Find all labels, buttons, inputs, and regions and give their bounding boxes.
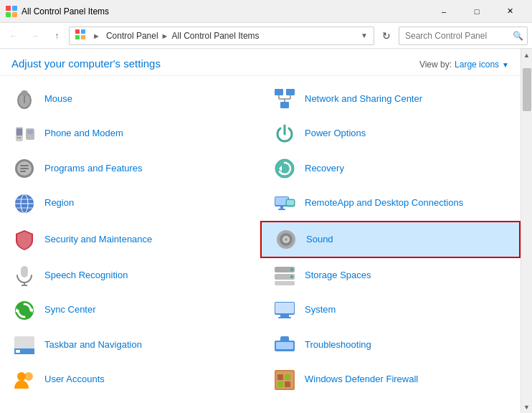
svg-rect-22 <box>17 137 19 138</box>
power-options-icon <box>272 121 298 147</box>
taskbar-navigation-icon <box>11 332 37 358</box>
svg-rect-0 <box>6 6 11 11</box>
addressbar: ← → ↑ ► Control Panel ► All Control Pane… <box>0 23 532 49</box>
search-wrapper: 🔍 <box>399 27 528 45</box>
item-power-options[interactable]: Power Options <box>260 116 521 151</box>
power-options-label: Power Options <box>305 128 366 140</box>
remoteapp-icon <box>272 191 298 217</box>
svg-rect-6 <box>75 35 80 39</box>
titlebar: All Control Panel Items – □ ✕ <box>0 0 532 23</box>
scroll-thumb[interactable] <box>523 68 531 111</box>
svg-rect-7 <box>81 35 85 39</box>
svg-rect-62 <box>278 317 291 318</box>
window-controls: – □ ✕ <box>427 0 526 23</box>
item-user-accounts[interactable]: User Accounts <box>0 363 260 397</box>
scroll-track <box>521 61 532 401</box>
svg-point-54 <box>290 268 293 271</box>
path-separator-1: ► <box>92 32 100 40</box>
window-title: All Control Panel Items <box>22 6 427 16</box>
svg-rect-74 <box>285 374 290 380</box>
address-path[interactable]: ► Control Panel ► All Control Panel Item… <box>69 27 374 45</box>
windows-defender-icon <box>272 367 298 393</box>
svg-rect-67 <box>276 342 293 349</box>
up-button[interactable]: ↑ <box>47 27 66 45</box>
svg-rect-14 <box>280 102 289 108</box>
svg-rect-1 <box>12 6 17 11</box>
item-sound[interactable]: Sound <box>260 221 521 258</box>
scroll-up-button[interactable]: ▲ <box>521 49 533 61</box>
system-label: System <box>305 304 336 316</box>
network-sharing-label: Network and Sharing Center <box>305 93 422 105</box>
item-speech-recognition[interactable]: Speech Recognition <box>0 258 260 293</box>
item-storage-spaces[interactable]: Storage Spaces <box>260 258 521 293</box>
svg-rect-29 <box>20 168 29 169</box>
item-security-maintenance[interactable]: Security and Maintenance <box>0 221 260 258</box>
sync-center-icon <box>11 298 37 323</box>
sync-center-label: Sync Center <box>44 304 96 316</box>
viewby-value[interactable]: Large icons <box>455 60 499 70</box>
refresh-button[interactable]: ↻ <box>377 27 396 45</box>
recovery-label: Recovery <box>305 163 344 175</box>
mouse-icon <box>11 86 37 112</box>
svg-rect-65 <box>16 350 20 353</box>
maximize-button[interactable]: □ <box>460 0 493 23</box>
svg-rect-2 <box>6 12 11 17</box>
back-button[interactable]: ← <box>4 27 23 45</box>
svg-rect-21 <box>16 128 22 136</box>
search-input[interactable] <box>399 27 528 45</box>
svg-rect-13 <box>286 89 295 95</box>
svg-rect-25 <box>27 130 33 134</box>
svg-point-55 <box>290 275 293 278</box>
windows-defender-label: Windows Defender Firewall <box>305 374 418 386</box>
item-mouse[interactable]: Mouse <box>0 82 260 116</box>
svg-rect-48 <box>21 266 28 277</box>
path-control-panel[interactable]: Control Panel <box>106 31 158 41</box>
scroll-down-button[interactable]: ▼ <box>521 401 533 413</box>
item-network-sharing[interactable]: Network and Sharing Center <box>260 82 521 116</box>
svg-rect-23 <box>19 137 21 138</box>
item-taskbar-navigation[interactable]: Taskbar and Navigation <box>0 328 260 362</box>
system-icon <box>272 298 298 323</box>
svg-rect-61 <box>280 315 289 317</box>
item-programs-features[interactable]: Programs and Features <box>0 151 260 186</box>
storage-spaces-icon <box>272 262 298 288</box>
item-phone-modem[interactable]: Phone and Modem <box>0 116 260 151</box>
phone-modem-label: Phone and Modem <box>44 128 123 140</box>
sound-label: Sound <box>306 234 333 246</box>
region-label: Region <box>44 197 74 209</box>
svg-rect-4 <box>75 29 80 34</box>
mouse-label: Mouse <box>44 93 72 105</box>
items-grid: MouseNetwork and Sharing CenterPhone and… <box>0 76 521 403</box>
item-remoteapp[interactable]: RemoteApp and Desktop Connections <box>260 186 521 220</box>
speech-recognition-label: Speech Recognition <box>44 270 128 282</box>
forward-button[interactable]: → <box>26 27 44 45</box>
svg-rect-53 <box>275 281 295 285</box>
viewby-arrow-icon[interactable]: ▼ <box>502 61 509 69</box>
sound-icon <box>273 227 299 252</box>
svg-rect-41 <box>278 209 285 210</box>
close-button[interactable]: ✕ <box>493 0 526 23</box>
svg-rect-68 <box>280 336 289 342</box>
troubleshooting-icon <box>272 332 298 358</box>
page-title: Adjust your computer's settings <box>11 57 161 70</box>
item-recovery[interactable]: Recovery <box>260 151 521 186</box>
svg-rect-12 <box>275 89 283 95</box>
content-area: Adjust your computer's settings View by:… <box>0 49 521 413</box>
svg-rect-76 <box>285 381 290 387</box>
security-maintenance-icon <box>11 227 37 252</box>
scrollbar: ▲ ▼ <box>521 49 532 413</box>
item-region[interactable]: Region <box>0 186 260 220</box>
item-windows-defender[interactable]: Windows Defender Firewall <box>260 363 521 397</box>
speech-recognition-icon <box>11 262 37 288</box>
main-area: Adjust your computer's settings View by:… <box>0 49 532 413</box>
svg-rect-75 <box>277 381 283 387</box>
path-all-items[interactable]: All Control Panel Items <box>172 31 260 41</box>
item-troubleshooting[interactable]: Troubleshooting <box>260 328 521 362</box>
minimize-button[interactable]: – <box>427 0 460 23</box>
path-dropdown-arrow[interactable]: ▼ <box>361 32 368 39</box>
troubleshooting-label: Troubleshooting <box>305 339 371 351</box>
item-sync-center[interactable]: Sync Center <box>0 293 260 328</box>
item-system[interactable]: System <box>260 293 521 328</box>
network-sharing-icon <box>272 86 298 112</box>
phone-modem-icon <box>11 121 37 147</box>
